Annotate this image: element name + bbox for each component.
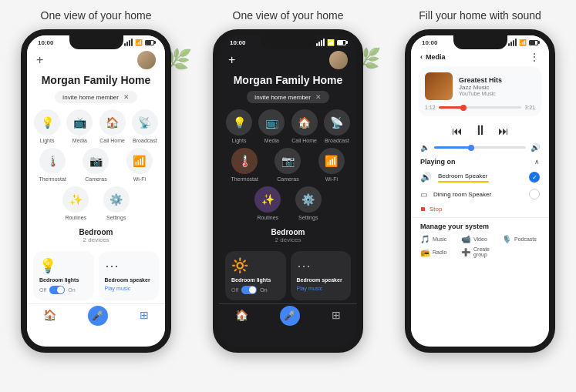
icon-wifi[interactable]: 📶 Wi-Fi <box>120 148 159 182</box>
invite-chip-dark[interactable]: Invite home member ✕ <box>247 91 329 103</box>
icon-broadcast-dark[interactable]: 📡 Broadcast <box>323 109 351 143</box>
media-label: Media <box>72 138 87 143</box>
cameras-icon-dark: 📷 <box>275 148 301 174</box>
light-toggle-dark[interactable] <box>241 286 257 294</box>
mic-button-dark[interactable]: 🎤 <box>280 306 300 326</box>
speaker-bar-1 <box>438 181 489 183</box>
mic-button[interactable]: 🎤 <box>88 306 108 326</box>
icon-media[interactable]: 📺 Media <box>66 109 93 143</box>
media-label-dark: Media <box>264 138 279 143</box>
avatar[interactable] <box>137 51 156 69</box>
icon-lights-dark[interactable]: 💡 Lights <box>225 109 253 143</box>
next-button[interactable]: ⏭ <box>498 125 509 137</box>
cameras-label: Cameras <box>85 176 106 182</box>
more-options-icon[interactable]: ⋮ <box>529 51 540 63</box>
manage-podcasts[interactable]: 🎙️ Podcasts <box>502 235 540 243</box>
devices-nav-icon[interactable]: ⊞ <box>140 309 149 326</box>
light-toggle[interactable] <box>49 286 65 294</box>
thermostat-label: Thermostat <box>39 176 66 182</box>
icon-settings[interactable]: ⚙️ Settings <box>99 186 135 220</box>
off-label: Off <box>39 287 46 293</box>
top-bar: + <box>27 48 165 72</box>
time-total: 3:21 <box>524 105 535 110</box>
media-back-btn[interactable]: ‹ Media <box>420 53 446 61</box>
volume-track[interactable] <box>434 146 526 149</box>
settings-icon-dark: ⚙️ <box>295 186 322 213</box>
home-title-dark: Morgan Family Home <box>219 74 357 86</box>
manage-music[interactable]: 🎵 Music <box>420 235 458 243</box>
app-container: One view of your home 🌿 10:00 📶 <box>0 0 576 392</box>
lights-label: Lights <box>40 138 55 143</box>
speaker-name-2: Dining room Speaker <box>433 191 523 198</box>
lights-icon: 💡 <box>34 109 60 136</box>
status-right-dark: 📶 <box>316 39 346 46</box>
collapse-icon[interactable]: ∧ <box>534 158 540 166</box>
bedroom-section: Bedroom 2 devices <box>27 225 165 251</box>
bedroom-title-dark: Bedroom <box>228 228 348 236</box>
manage-radio[interactable]: 📻 Radio <box>420 246 458 257</box>
play-music-btn[interactable]: Play music <box>105 286 153 291</box>
call-home-label-dark: Call Home <box>291 138 317 143</box>
volume-high-icon: 🔊 <box>531 143 540 152</box>
prev-button[interactable]: ⏮ <box>452 125 463 137</box>
radio-label: Radio <box>433 250 446 255</box>
playing-on-header: Playing on ∧ <box>420 158 540 166</box>
icon-cameras[interactable]: 📷 Cameras <box>76 148 115 182</box>
routines-icon: ✨ <box>62 186 89 213</box>
device-light-name-dark: Bedroom lights <box>231 277 280 283</box>
bedroom-sub: 2 devices <box>36 236 156 243</box>
icon-lights[interactable]: 💡 Lights <box>33 109 61 143</box>
stop-button[interactable]: ⏹ Stop <box>420 206 540 213</box>
notch-media <box>453 35 507 49</box>
speaker-item-2[interactable]: ▭ Dining room Speaker <box>420 186 540 203</box>
invite-chip[interactable]: Invite home member ✕ <box>55 91 137 103</box>
media-section-label: Media <box>426 53 446 61</box>
chevron-icon: ‹ <box>420 53 423 61</box>
volume-low-icon: 🔈 <box>420 143 429 152</box>
signal-bars-dark <box>316 39 325 46</box>
icon-broadcast[interactable]: 📡 Broadcast <box>131 109 159 143</box>
play-music-btn-dark[interactable]: Play music <box>297 286 345 291</box>
icon-media-dark[interactable]: 📺 Media <box>258 109 285 143</box>
speaker-item-1[interactable]: 🔊 Bedroom Speaker ✓ <box>420 169 540 186</box>
manage-video[interactable]: 📹 Video <box>461 235 499 243</box>
devices-nav-icon-dark[interactable]: ⊞ <box>332 309 341 326</box>
icon-cameras-dark[interactable]: 📷 Cameras <box>268 148 307 182</box>
phone-frame-dark: 10:00 📶 + Morgan Family Home <box>213 29 363 353</box>
broadcast-label: Broadcast <box>133 138 157 143</box>
home-nav-icon[interactable]: 🏠 <box>43 309 56 326</box>
icon-call-home[interactable]: 🏠 Call Home <box>99 109 126 143</box>
device-light-status: Off On <box>39 286 88 294</box>
lights-label-dark: Lights <box>232 138 247 143</box>
off-label-dark: Off <box>231 287 238 293</box>
chip-close[interactable]: ✕ <box>123 93 130 101</box>
now-playing-info: Greatest Hits Jazz Music YouTube Music <box>459 76 535 96</box>
add-icon[interactable]: + <box>36 54 49 66</box>
icon-wifi-dark[interactable]: 📶 Wi-Fi <box>312 148 351 182</box>
thermostat-icon-dark: 🌡️ <box>231 148 258 174</box>
icon-thermostat-dark[interactable]: 🌡️ Thermostat <box>225 148 264 182</box>
manage-create-group[interactable]: ➕ Create group <box>461 246 499 257</box>
invite-label: Invite home member <box>62 94 119 101</box>
add-icon-dark[interactable]: + <box>228 54 241 66</box>
home-nav-icon-dark[interactable]: 🏠 <box>235 309 248 326</box>
chip-close-dark[interactable]: ✕ <box>315 93 322 101</box>
time-current: 1:12 <box>425 105 436 110</box>
panel-media: Fill your home with sound 10:00 📶 <box>384 0 576 392</box>
icon-thermostat[interactable]: 🌡️ Thermostat <box>33 148 72 182</box>
icon-settings-dark[interactable]: ⚙️ Settings <box>291 186 327 220</box>
icon-call-home-dark[interactable]: 🏠 Call Home <box>291 109 318 143</box>
icon-grid-row1: 💡 Lights 📺 Media 🏠 Call Home 📡 Broadcast <box>27 109 165 143</box>
routines-label: Routines <box>65 215 86 220</box>
icon-routines[interactable]: ✨ Routines <box>58 186 94 220</box>
lights-icon-dark: 💡 <box>226 109 252 136</box>
icon-grid-row3-dark: ✨ Routines ⚙️ Settings <box>219 186 357 220</box>
pause-button[interactable]: ⏸ <box>473 122 487 139</box>
progress-track[interactable] <box>439 106 522 109</box>
icon-routines-dark[interactable]: ✨ Routines <box>250 186 286 220</box>
routines-icon-dark: ✨ <box>254 186 281 213</box>
device-speaker-name-dark: Bedroom speaker <box>297 277 345 283</box>
cameras-label-dark: Cameras <box>277 176 298 182</box>
radio-icon: 📻 <box>420 248 429 256</box>
avatar-dark[interactable] <box>329 51 348 69</box>
